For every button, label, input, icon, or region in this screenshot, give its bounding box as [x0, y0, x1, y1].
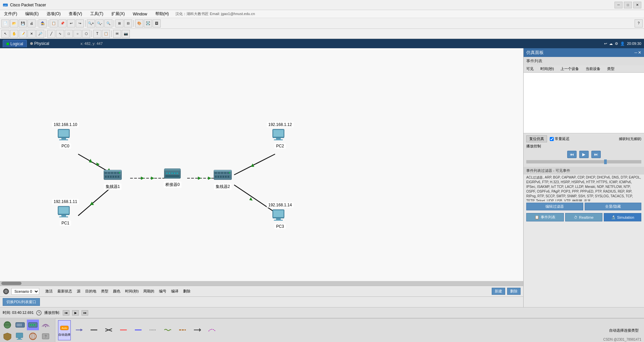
edit-filter-button[interactable]: 编辑过滤器 — [526, 203, 583, 210]
playback-play-btn[interactable]: ▶ — [72, 310, 79, 316]
menu-window[interactable]: Window — [131, 11, 149, 17]
undo-button[interactable]: ↩ — [67, 19, 75, 27]
svg-rect-48 — [105, 172, 107, 174]
delete-button[interactable]: ✕ — [28, 30, 36, 38]
node-pc2[interactable]: 192.168.1.12 PC2 — [267, 122, 293, 149]
constant-delay-checkbox[interactable] — [550, 137, 554, 141]
playback-prev-btn[interactable]: ⏮ — [63, 310, 69, 316]
usb-item[interactable] — [191, 320, 204, 340]
activity-wizard-button[interactable]: 🧙 — [39, 19, 47, 27]
svg-point-68 — [177, 173, 178, 174]
crossover-item[interactable] — [102, 320, 115, 340]
tab-physical[interactable]: Physical — [27, 40, 53, 47]
node-pc1[interactable]: 192.168.1.11 PC1 — [52, 199, 79, 226]
layout-button[interactable]: ⊟ — [124, 19, 132, 27]
text-button[interactable]: T — [93, 30, 101, 38]
console-item[interactable] — [73, 320, 86, 340]
help-button[interactable]: ? — [635, 19, 643, 27]
zoom-in-button[interactable]: 🔍+ — [87, 19, 95, 27]
auto-connect-item[interactable]: Auto 自动选择 — [58, 320, 71, 340]
menu-file[interactable]: 文件(F) — [3, 10, 18, 17]
node-bridge0[interactable]: 桥接器0 — [164, 166, 181, 188]
node-pc3[interactable]: 192.168.1.14 PC3 — [267, 202, 293, 229]
draw-line-button[interactable]: ╱ — [47, 30, 55, 38]
note2-button[interactable]: 📋 — [102, 30, 110, 38]
fiber-item[interactable] — [117, 320, 130, 340]
menu-options[interactable]: 选项(O) — [45, 10, 62, 17]
panel-minimize-btn[interactable]: ─ — [634, 50, 637, 55]
progress-thumb[interactable] — [604, 159, 607, 164]
hubs-type active[interactable] — [27, 320, 39, 330]
wan-type[interactable] — [27, 331, 39, 342]
tab-logical[interactable]: Logical — [3, 40, 27, 47]
event-list-button[interactable]: 📋 事件列表 — [526, 213, 564, 221]
show-all-button[interactable]: 全显/隐藏 — [585, 203, 642, 210]
event-filter-label: 事件列表过滤器 - 可见事件 — [524, 167, 644, 175]
save-custom-button[interactable]: 💽 — [144, 19, 152, 27]
switch-pdu-button[interactable]: 切换PDU列表窗口 — [3, 298, 40, 306]
menu-help[interactable]: 帮助(H) — [154, 10, 170, 17]
save-button[interactable]: 💾 — [19, 19, 27, 27]
email-button[interactable]: ✉ — [113, 30, 121, 38]
zoom-reset-button[interactable]: 🔍 — [104, 19, 112, 27]
paste-button[interactable]: 📌 — [58, 19, 66, 27]
camera-button[interactable]: 📷 — [122, 30, 130, 38]
reset-sim-button[interactable]: 复位仿真 — [526, 135, 547, 142]
wireless-link-item[interactable] — [206, 320, 218, 340]
menu-extend[interactable]: 扩展(X) — [110, 10, 126, 17]
wireless-type[interactable] — [40, 320, 52, 330]
coax-item[interactable] — [147, 320, 159, 340]
print-button[interactable]: 🖨 — [28, 19, 36, 27]
hscroll-thumb[interactable] — [1, 282, 21, 285]
scenario-select[interactable]: Scenario 0 — [11, 288, 39, 295]
zoom-out-button[interactable]: 🔍- — [96, 19, 104, 27]
phone-item[interactable] — [132, 320, 145, 340]
simulation-button[interactable]: 🔬 Simulation — [604, 213, 641, 221]
node-hub1[interactable]: 集线器1 — [103, 166, 122, 190]
security-type[interactable] — [1, 331, 13, 342]
playback-next-btn[interactable]: ⏭ — [82, 310, 88, 316]
svg-rect-83 — [225, 176, 226, 178]
delete-pdu-button[interactable]: 删除 — [507, 288, 521, 295]
realtime-button[interactable]: ⏱ Realtime — [565, 213, 603, 221]
octal-item[interactable] — [176, 320, 189, 340]
menu-view[interactable]: 查看(V) — [67, 10, 84, 17]
play-button[interactable]: ▶ — [579, 151, 589, 158]
svg-rect-43 — [273, 210, 283, 217]
draw-curve-button[interactable]: ∿ — [56, 30, 64, 38]
draw-ellipse-button[interactable]: ○ — [73, 30, 82, 38]
network-canvas[interactable]: 192.168.1.10 PC0 — [0, 48, 523, 281]
node-pc0[interactable]: 192.168.1.10 PC0 — [52, 122, 79, 149]
node-hub2[interactable]: 集线器2 — [213, 166, 232, 190]
redo-button[interactable]: ↪ — [76, 19, 84, 27]
minimize-button[interactable]: ─ — [614, 2, 623, 8]
select-button[interactable]: ↖ — [1, 30, 9, 38]
move-button[interactable]: ✋ — [10, 30, 18, 38]
palette-button[interactable]: 🎨 — [135, 19, 143, 27]
menu-tools[interactable]: 工具(T) — [89, 10, 105, 17]
straight-item[interactable] — [88, 320, 100, 340]
canvas-scrollbar[interactable] — [0, 281, 523, 286]
menu-edit[interactable]: 编辑(E) — [24, 10, 40, 17]
resize-button[interactable]: ⊞ — [115, 19, 123, 27]
inspect-button[interactable]: 🔎 — [36, 30, 44, 38]
new-button[interactable]: 📄 — [1, 19, 9, 27]
pcs-type[interactable] — [14, 331, 26, 342]
maximize-button[interactable]: □ — [624, 2, 632, 8]
panel-close-btn[interactable]: ✕ — [638, 50, 641, 55]
serial-item[interactable] — [161, 320, 174, 340]
copy-button[interactable]: 📋 — [50, 19, 58, 27]
custom-type[interactable]: ? — [40, 331, 52, 342]
next-button[interactable]: ⏭ — [591, 151, 601, 158]
draw-rect-button[interactable]: □ — [65, 30, 73, 38]
draw-poly-button[interactable]: ⬡ — [82, 30, 90, 38]
new-pdu-button[interactable]: 新建 — [492, 288, 505, 295]
image-button[interactable]: 🖼 — [153, 19, 161, 27]
note-button[interactable]: 📝 — [19, 30, 27, 38]
prev-button[interactable]: ⏮ — [567, 151, 577, 158]
progress-bar[interactable] — [526, 160, 641, 163]
close-button[interactable]: ✕ — [633, 2, 641, 8]
routers-type[interactable] — [1, 320, 13, 330]
switches-type[interactable] — [14, 320, 26, 330]
open-button[interactable]: 📂 — [10, 19, 18, 27]
